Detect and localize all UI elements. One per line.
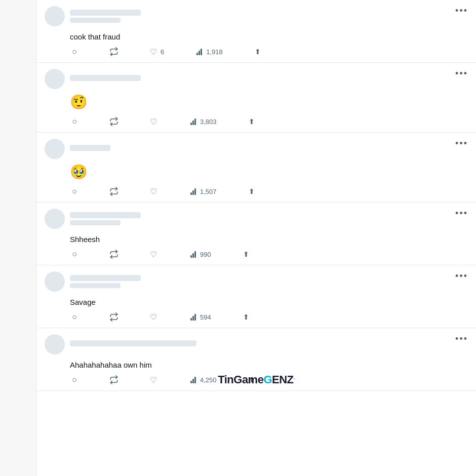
tweet-actions: 3,803 (45, 117, 468, 132)
more-options-button[interactable]: ••• (455, 139, 468, 148)
tweet-actions: 6 1,918 (45, 47, 468, 62)
view-count: 1,507 (200, 188, 217, 195)
tweet-actions: 4,250 (45, 375, 468, 390)
more-options-button[interactable]: ••• (455, 334, 468, 343)
tweet-actions: 1,507 (45, 187, 468, 202)
user-name-placeholder (70, 212, 141, 218)
user-info (70, 10, 468, 23)
views-action[interactable]: 3,803 (188, 118, 217, 126)
like-icon (149, 47, 158, 56)
avatar (45, 69, 65, 89)
reply-icon (70, 47, 79, 56)
retweet-action[interactable] (109, 47, 118, 56)
tweet-actions: 990 (45, 250, 468, 265)
retweet-action[interactable] (109, 312, 118, 322)
avatar (45, 139, 65, 159)
user-info (70, 212, 468, 225)
retweet-icon (109, 312, 118, 322)
user-handle-placeholder (70, 220, 121, 225)
views-action[interactable]: 990 (188, 251, 211, 258)
share-icon (242, 312, 251, 322)
share-action[interactable] (247, 187, 256, 196)
tweet-header (45, 271, 468, 292)
like-action[interactable] (149, 312, 158, 322)
like-icon (149, 187, 158, 196)
reply-icon (70, 250, 79, 259)
avatar (45, 209, 65, 229)
reply-action[interactable] (70, 187, 79, 196)
user-info (70, 75, 468, 83)
reply-action[interactable] (70, 47, 79, 56)
reply-action[interactable] (70, 375, 79, 384)
more-options-button[interactable]: ••• (455, 6, 468, 15)
tweet-text: Ahahahahahaa own him (45, 356, 468, 375)
user-name-placeholder (70, 10, 141, 16)
share-icon (247, 375, 256, 384)
view-count: 990 (200, 251, 211, 258)
views-icon (188, 188, 197, 195)
avatar (45, 271, 65, 292)
share-action[interactable] (247, 375, 256, 384)
share-action[interactable] (247, 117, 256, 126)
like-count: 6 (161, 48, 164, 56)
user-name-placeholder (70, 145, 110, 151)
tweet-emoji: 🤨 (45, 91, 468, 117)
tweet-card: ••• 🤨 (36, 63, 476, 133)
retweet-action[interactable] (109, 117, 118, 126)
views-icon (188, 313, 197, 321)
reply-icon (70, 375, 79, 384)
views-action[interactable]: 594 (188, 313, 211, 321)
view-count: 1,918 (206, 48, 223, 56)
view-count: 3,803 (200, 118, 217, 126)
views-action[interactable]: 4,250 (188, 376, 217, 384)
more-options-button[interactable]: ••• (455, 271, 468, 281)
retweet-icon (109, 375, 118, 384)
views-action[interactable]: 1,507 (188, 188, 217, 195)
views-action[interactable]: 1,918 (194, 48, 223, 56)
retweet-icon (109, 187, 118, 196)
reply-action[interactable] (70, 250, 79, 259)
tweet-header (45, 209, 468, 229)
like-action[interactable] (149, 250, 158, 259)
view-count: 594 (200, 313, 211, 321)
more-options-button[interactable]: ••• (455, 209, 468, 218)
share-action[interactable] (253, 47, 262, 56)
like-icon (149, 250, 158, 259)
reply-action[interactable] (70, 117, 79, 126)
tweet-text: cook that fraud (45, 28, 468, 47)
retweet-action[interactable] (109, 187, 118, 196)
user-name-placeholder (70, 340, 196, 346)
reply-action[interactable] (70, 312, 79, 322)
user-info (70, 145, 468, 153)
like-icon (149, 312, 158, 322)
tweet-card: ••• Savage (36, 265, 476, 328)
sidebar (0, 0, 36, 476)
views-icon (188, 118, 197, 125)
like-icon (149, 117, 158, 126)
retweet-icon (109, 47, 118, 56)
share-icon (247, 187, 256, 196)
share-icon (253, 47, 262, 56)
avatar (45, 334, 65, 354)
share-icon (247, 117, 256, 126)
share-action[interactable] (242, 250, 251, 259)
retweet-action[interactable] (109, 375, 118, 384)
reply-icon (70, 312, 79, 322)
tweet-header (45, 69, 468, 89)
user-handle-placeholder (70, 18, 121, 23)
tweet-feed: ••• cook that fraud (36, 0, 476, 476)
like-action[interactable] (149, 117, 158, 126)
views-icon (194, 48, 204, 55)
tweet-text: Shheesh (45, 231, 468, 250)
tweet-emoji: 🥹 (45, 161, 468, 187)
views-icon (188, 376, 197, 383)
tweet-card: ••• Shheesh (36, 203, 476, 265)
share-action[interactable] (242, 312, 251, 322)
retweet-action[interactable] (109, 250, 118, 259)
like-action[interactable] (149, 187, 158, 196)
like-action[interactable] (149, 375, 158, 384)
like-action[interactable]: 6 (149, 47, 164, 56)
tweet-header (45, 139, 468, 159)
more-options-button[interactable]: ••• (455, 69, 468, 78)
tweet-card: ••• 🥹 (36, 133, 476, 203)
